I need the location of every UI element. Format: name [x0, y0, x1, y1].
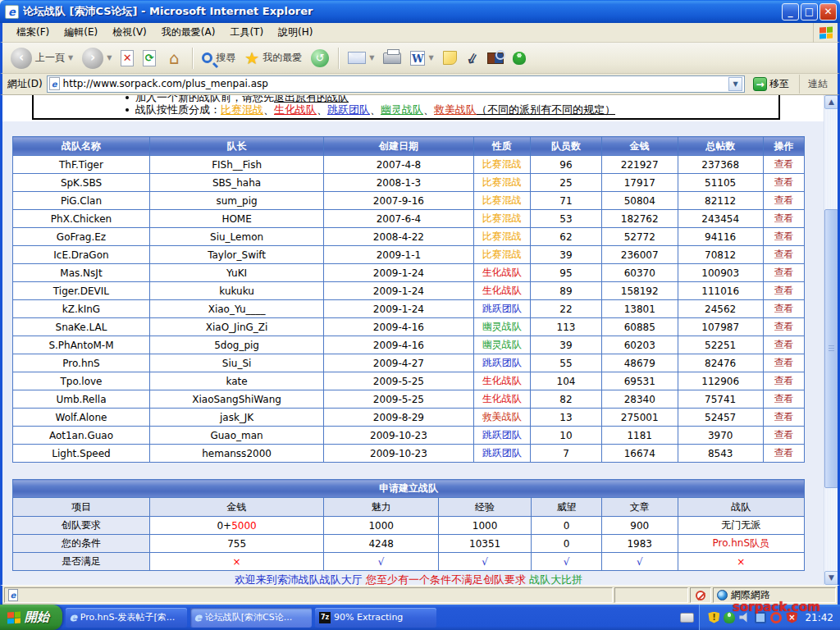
- view-link[interactable]: 查看: [774, 339, 793, 350]
- action-cell: 查看: [763, 427, 804, 445]
- address-label: 網址(D): [7, 77, 43, 91]
- notes-button[interactable]: [440, 49, 460, 66]
- created-date-cell: 2009-10-23: [324, 445, 473, 463]
- window-titlebar: e 论坛战队 [索沛CS论坛] - Microsoft Internet Exp…: [0, 0, 840, 23]
- search-button[interactable]: 搜尋: [199, 49, 239, 66]
- team-name-cell: kZ.kInG: [13, 300, 150, 318]
- notice-text: 、: [423, 103, 434, 116]
- start-button[interactable]: 開始: [0, 605, 62, 630]
- go-button[interactable]: → 移至: [749, 76, 793, 92]
- keyboard-icon[interactable]: [680, 613, 694, 623]
- refresh-icon: ⟳: [143, 50, 156, 66]
- view-link[interactable]: 查看: [774, 321, 793, 332]
- leader-cell: XiaoSangShiWang: [149, 390, 323, 409]
- menu-item[interactable]: 檢視(V): [105, 24, 154, 40]
- links-menu[interactable]: 連結: [799, 75, 834, 94]
- address-bar: 網址(D) e http://www.sorpack.com/plus_menp…: [0, 74, 840, 95]
- view-link[interactable]: 查看: [774, 158, 793, 170]
- action-cell: 查看: [763, 354, 804, 372]
- view-link[interactable]: 查看: [774, 212, 793, 224]
- flashget-button[interactable]: ⇙: [463, 48, 482, 68]
- view-link[interactable]: 查看: [774, 267, 793, 278]
- favorites-button[interactable]: ★ 我的最愛: [241, 47, 305, 70]
- maximize-button[interactable]: □: [801, 3, 818, 21]
- view-link[interactable]: 查看: [774, 357, 793, 368]
- table-row: IcE.DraGonTaylor_Swift2009-1-1比赛混战392360…: [13, 246, 805, 264]
- back-dropdown-icon[interactable]: ▼: [68, 54, 73, 62]
- status-panel: [614, 587, 688, 603]
- mail-button[interactable]: ▼: [345, 50, 377, 66]
- view-link[interactable]: 查看: [774, 393, 793, 404]
- value-cell: ×: [149, 553, 323, 571]
- vertical-scrollbar[interactable]: ▲ ▼: [824, 95, 838, 585]
- address-dropdown-icon[interactable]: ▼: [728, 77, 742, 91]
- table-row: S.PhAntoM-M5dog_pig2009-4-16幽灵战队39602035…: [13, 336, 805, 354]
- value-cell: 755: [149, 535, 323, 553]
- edit-dropdown-icon[interactable]: ▼: [428, 54, 433, 62]
- team-type-link[interactable]: 救美战队: [434, 103, 477, 116]
- team-type-link[interactable]: 跳跃团队: [327, 103, 370, 116]
- menu-item[interactable]: 工具(T): [222, 24, 271, 40]
- notice-link[interactable]: 退出原有的战队: [274, 95, 349, 103]
- leader-cell: SBS_haha: [149, 174, 323, 192]
- column-header: 队长: [149, 137, 323, 156]
- minimize-button[interactable]: _: [782, 3, 799, 21]
- view-link[interactable]: 查看: [774, 249, 793, 260]
- scroll-up-icon[interactable]: ▲: [824, 95, 838, 109]
- posts-cell: 82112: [678, 192, 763, 210]
- scroll-down-icon[interactable]: ▼: [824, 571, 838, 585]
- value-text: Pro.hnS队员: [713, 537, 769, 549]
- address-input[interactable]: e http://www.sorpack.com/plus_menpai.asp…: [47, 75, 745, 93]
- value-cell: 0+5000: [149, 517, 323, 535]
- value-cell: 1000: [439, 517, 532, 535]
- view-link[interactable]: 查看: [774, 429, 793, 441]
- view-link[interactable]: 查看: [774, 303, 793, 314]
- messenger-button[interactable]: [509, 50, 529, 66]
- team-type-link[interactable]: （不同的派别有不同的规定）: [477, 103, 615, 116]
- value-text: ×: [233, 556, 241, 568]
- leader-cell: XiaO_JinG_Zi: [149, 318, 323, 336]
- money-cell: 158192: [601, 282, 678, 300]
- dictionary-button[interactable]: [484, 51, 507, 66]
- print-button[interactable]: [380, 51, 404, 66]
- team-type-link[interactable]: 生化战队: [274, 103, 317, 116]
- menu-item[interactable]: 檔案(F): [9, 24, 57, 40]
- menu-item[interactable]: 編輯(E): [57, 24, 105, 40]
- menu-item[interactable]: 說明(H): [271, 24, 320, 40]
- view-link[interactable]: 查看: [774, 411, 793, 422]
- members-cell: 95: [531, 264, 602, 282]
- back-icon: ‹: [11, 48, 32, 69]
- view-link[interactable]: 查看: [774, 447, 793, 459]
- notice-line-2: 战队按性质分成：比赛混战、生化战队、跳跃团队、幽灵战队、救美战队（不同的派别有不…: [126, 103, 774, 116]
- view-link[interactable]: 查看: [774, 176, 793, 188]
- created-date-cell: 2008-4-22: [324, 228, 473, 246]
- team-type-link[interactable]: 比赛混战: [221, 103, 263, 116]
- refresh-button[interactable]: ⟳: [139, 48, 159, 68]
- money-cell: 13801: [601, 300, 678, 318]
- view-link[interactable]: 查看: [774, 194, 793, 206]
- view-link[interactable]: 查看: [774, 231, 793, 242]
- taskbar-task[interactable]: ePro.hnS-发表帖子[索...: [66, 608, 187, 628]
- close-button[interactable]: ✕: [819, 3, 837, 21]
- team-name-cell: Tiger.DEVIL: [13, 282, 150, 300]
- money-cell: 69531: [601, 372, 678, 390]
- history-button[interactable]: ↺: [308, 48, 332, 69]
- taskbar-task[interactable]: 7z90% Extracting: [315, 608, 436, 628]
- taskbar-task[interactable]: e论坛战队[索沛CS论...: [190, 608, 312, 628]
- stop-button[interactable]: ✕: [117, 48, 137, 68]
- security-warning-shield-icon[interactable]: !: [708, 612, 719, 623]
- forward-button[interactable]: › ▼: [79, 46, 115, 71]
- view-link[interactable]: 查看: [774, 375, 793, 386]
- home-button[interactable]: ⌂: [162, 48, 186, 69]
- forward-dropdown-icon[interactable]: ▼: [107, 54, 112, 62]
- scrollbar-thumb[interactable]: [824, 209, 838, 488]
- mail-dropdown-icon[interactable]: ▼: [369, 54, 374, 62]
- value-cell: 1983: [601, 535, 678, 553]
- posts-cell: 237368: [678, 156, 763, 174]
- menu-item[interactable]: 我的最愛(A): [154, 24, 223, 40]
- back-button[interactable]: ‹ 上一頁 ▼: [7, 46, 76, 71]
- team-type-link[interactable]: 幽灵战队: [381, 103, 423, 116]
- posts-cell: 243454: [678, 210, 763, 228]
- edit-with-word-button[interactable]: W ▼: [407, 49, 436, 67]
- view-link[interactable]: 查看: [774, 285, 793, 296]
